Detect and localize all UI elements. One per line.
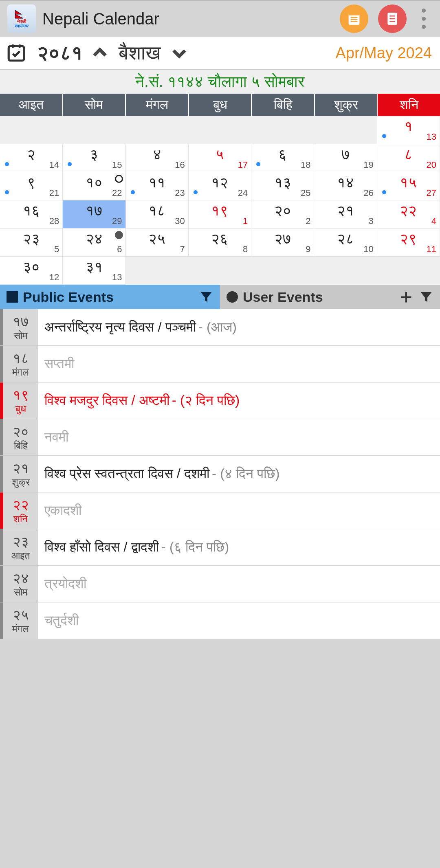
day-cell[interactable]: १५27 — [377, 172, 440, 200]
nepali-day: २२ — [377, 202, 440, 219]
day-cell[interactable]: २३5 — [0, 229, 63, 257]
day-cell[interactable]: १२24 — [189, 172, 251, 200]
day-cell[interactable]: २२4 — [377, 200, 440, 229]
event-row[interactable]: २४सोमत्रयोदशी — [0, 566, 440, 602]
english-date-label: Apr/May 2024 — [335, 44, 432, 62]
event-row[interactable]: २०बिहिनवमी — [0, 419, 440, 456]
english-day: 4 — [431, 216, 436, 226]
event-row[interactable]: १७सोमअन्तर्राष्ट्रिय नृत्य दिवस / पञ्चमी… — [0, 309, 440, 346]
english-day: 11 — [426, 244, 436, 255]
day-cell[interactable]: २६8 — [189, 229, 251, 257]
english-day: 23 — [175, 188, 185, 198]
event-date-box: २३आइत — [3, 529, 38, 565]
day-cell[interactable]: २५7 — [126, 229, 189, 257]
day-cell[interactable]: ९21 — [0, 172, 63, 200]
event-date-box: १९बुध — [3, 382, 38, 419]
day-cell[interactable]: ६18 — [251, 144, 314, 172]
event-dot-icon — [382, 134, 386, 138]
event-color-bar — [0, 529, 3, 565]
day-cell[interactable]: १६28 — [0, 200, 63, 229]
event-dot-icon — [5, 162, 9, 166]
day-cell[interactable]: ३०12 — [0, 257, 63, 285]
prev-month-button[interactable] — [88, 41, 112, 65]
english-day: 3 — [368, 216, 373, 226]
english-day: 15 — [112, 160, 122, 170]
english-day: 27 — [426, 188, 436, 198]
day-cell[interactable]: ८20 — [377, 144, 440, 172]
event-dot-icon — [256, 162, 260, 166]
user-events-tab[interactable]: User Events — [220, 285, 440, 309]
today-icon[interactable] — [5, 42, 27, 64]
event-date-box: २५मंगल — [3, 602, 38, 639]
event-text: त्रयोदशी — [38, 566, 440, 602]
day-cell[interactable]: १३25 — [251, 172, 314, 200]
event-row[interactable]: २३आइतविश्व हाँसो दिवस / द्वादशी - (६ दिन… — [0, 529, 440, 566]
english-day: 2 — [306, 216, 310, 226]
day-cell[interactable]: ३१13 — [63, 257, 125, 285]
event-color-bar — [0, 566, 3, 602]
nepali-day: १९ — [189, 202, 251, 219]
calendar-grid: १13२14३15४16५17६18७19८20९21१०22११23१२24१… — [0, 116, 440, 285]
user-events-label: User Events — [243, 289, 323, 305]
event-row[interactable]: २५मंगलचतुर्दशी — [0, 602, 440, 639]
month-label[interactable]: बैशाख — [119, 42, 161, 65]
event-row[interactable]: २२शनिएकादशी — [0, 492, 440, 529]
english-day: 8 — [243, 244, 248, 255]
english-day: 13 — [112, 272, 122, 283]
event-row[interactable]: २१शुक्रविश्व प्रेस स्वतन्त्रता दिवस / दश… — [0, 456, 440, 492]
nepali-day: २६ — [189, 230, 251, 247]
day-cell[interactable]: २४6 — [63, 229, 125, 257]
notes-button[interactable] — [340, 4, 368, 33]
day-cell[interactable]: ११23 — [126, 172, 189, 200]
event-color-bar — [0, 602, 3, 639]
event-dot-icon — [131, 190, 135, 194]
english-day: 21 — [49, 188, 59, 198]
public-events-tab[interactable]: Public Events — [0, 285, 220, 309]
day-cell[interactable]: २८10 — [314, 229, 377, 257]
day-cell[interactable]: २०2 — [251, 200, 314, 229]
english-day: 28 — [49, 216, 59, 226]
english-day: 22 — [112, 188, 122, 198]
english-day: 25 — [301, 188, 310, 198]
nepali-day: २१ — [314, 202, 376, 219]
event-color-bar — [0, 382, 3, 419]
english-day: 12 — [49, 272, 59, 283]
day-cell[interactable]: १७29 — [63, 200, 125, 229]
event-row[interactable]: १९बुधविश्व मजदुर दिवस / अष्टमी - (२ दिन … — [0, 382, 440, 419]
nepali-day: २० — [251, 202, 314, 219]
day-cell[interactable]: ३15 — [63, 144, 125, 172]
day-cell[interactable]: ५17 — [189, 144, 251, 172]
day-cell[interactable]: २७9 — [251, 229, 314, 257]
square-icon — [7, 291, 18, 303]
app-title: Nepali Calendar — [42, 10, 335, 28]
day-cell[interactable]: १८30 — [126, 200, 189, 229]
weekday-cell: शुक्र — [315, 94, 378, 116]
event-dot-icon — [194, 190, 198, 194]
event-color-bar — [0, 456, 3, 492]
day-cell[interactable]: ४16 — [126, 144, 189, 172]
english-day: 17 — [238, 160, 248, 170]
nepali-day: २३ — [0, 230, 62, 247]
event-row[interactable]: १८मंगलसप्तमी — [0, 346, 440, 382]
filter-icon[interactable] — [419, 290, 433, 304]
day-cell[interactable]: ७19 — [314, 144, 377, 172]
filter-icon[interactable] — [199, 290, 213, 304]
svg-rect-1 — [349, 13, 360, 15]
english-day: 6 — [117, 244, 122, 255]
moon-icon — [115, 175, 123, 183]
day-cell[interactable]: २14 — [0, 144, 63, 172]
overflow-menu[interactable] — [411, 9, 436, 29]
day-cell[interactable]: १४26 — [314, 172, 377, 200]
day-cell[interactable]: १०22 — [63, 172, 125, 200]
day-cell[interactable]: २१3 — [314, 200, 377, 229]
day-cell[interactable]: १९1 — [189, 200, 251, 229]
year-label[interactable]: २०८१ — [37, 42, 83, 65]
event-color-bar — [0, 346, 3, 382]
next-month-button[interactable] — [167, 41, 191, 65]
event-text: एकादशी — [38, 492, 440, 529]
day-cell[interactable]: २९11 — [377, 229, 440, 257]
day-cell[interactable]: १13 — [377, 116, 440, 144]
moon-icon — [115, 231, 123, 239]
add-icon[interactable] — [398, 290, 413, 304]
list-button[interactable] — [378, 4, 407, 33]
